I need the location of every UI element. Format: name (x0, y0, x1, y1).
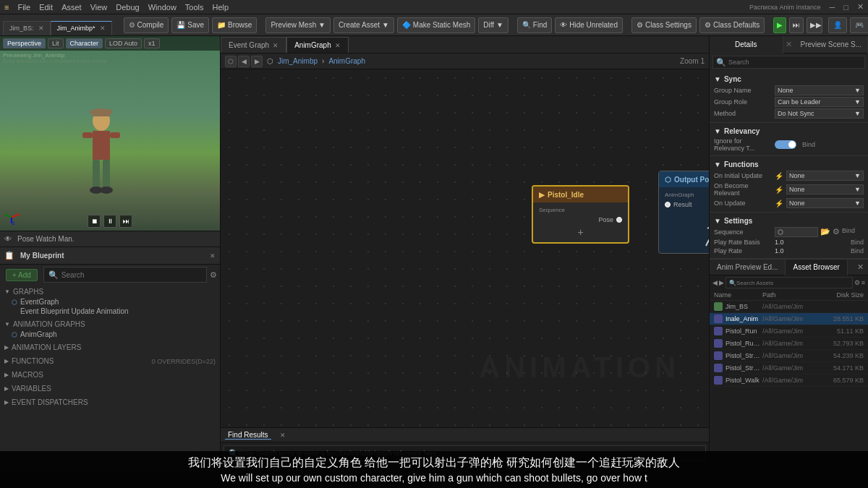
result-pin-dot[interactable] (665, 202, 671, 207)
vp-tab-lit[interactable]: Lit (48, 38, 64, 48)
tab-anim-graph[interactable]: AnimGraph ✕ (286, 37, 349, 53)
hide-unrelated-button[interactable]: 👁 Hide Unrelated (555, 17, 623, 33)
create-asset-button[interactable]: Create Asset ▼ (333, 17, 394, 33)
menu-window[interactable]: Window (148, 3, 176, 12)
animation-graphs-header[interactable]: ▼ ANIMATION GRAPHS (3, 319, 217, 330)
asset-item[interactable]: Jim_BS /All/Game/Jim (710, 301, 868, 313)
menu-tools[interactable]: Tools (185, 3, 204, 12)
details-close[interactable]: ✕ (783, 36, 795, 53)
class-defaults-button[interactable]: ⚙ Class Defaults (699, 17, 765, 33)
asset-browser-tab[interactable]: Asset Browser (786, 260, 847, 275)
tab-event-graph[interactable]: Event Graph ✕ (221, 37, 286, 53)
find-button[interactable]: 🔍 Find (517, 17, 552, 33)
stop-btn[interactable]: ⏹ (88, 215, 101, 228)
asset-item[interactable]: Pistol_Strafe_1... /All/Game/Jim 54.171 … (710, 362, 868, 374)
browse-button[interactable]: 📁 Browse (212, 17, 257, 33)
tab-close-animbp[interactable]: ✕ (100, 25, 106, 32)
on-update-select[interactable]: None ▼ (786, 198, 864, 208)
play-button[interactable]: ▶ (773, 17, 786, 33)
find-close[interactable]: ✕ (280, 432, 286, 439)
menu-debug[interactable]: Debug (116, 3, 139, 12)
class-settings-button[interactable]: ⚙ Class Settings (631, 17, 697, 33)
close-btn[interactable]: ✕ (857, 2, 864, 12)
menu-asset[interactable]: Asset (61, 3, 82, 12)
toolbar-extra-3[interactable]: 🎮 (850, 17, 868, 33)
on-initial-select[interactable]: None ▼ (786, 171, 864, 181)
group-role-select[interactable]: Can be Leader ▼ (775, 97, 864, 107)
method-select[interactable]: Do Not Sync ▼ (775, 108, 864, 119)
functions-header[interactable]: ▼ Functions (714, 159, 864, 170)
step-btn[interactable]: ⏭ (119, 215, 132, 228)
node-pistol-idle[interactable]: ▶ Pistol_Idle Sequence Pose + (532, 185, 629, 244)
find-results-tab[interactable]: Find Results (225, 431, 271, 440)
anim-graph-item[interactable]: ⬡ AnimGraph (3, 330, 217, 339)
details-search-input[interactable] (728, 59, 861, 66)
breadcrumb-animgraph[interactable]: AnimGraph (328, 57, 365, 65)
blueprint-settings-icon[interactable]: ⚙ (210, 270, 217, 280)
nav-back[interactable]: ⬡ (225, 56, 237, 67)
sequence-select[interactable]: ⬡ (775, 227, 818, 237)
on-become-select[interactable]: None ▼ (786, 184, 864, 194)
node-output-pose[interactable]: ⬡ Output Pose AnimGraph Result (658, 171, 709, 254)
asset-item[interactable]: Pistol_Strafe_... /All/Game/Jim 54.239 K… (710, 350, 868, 362)
diff-button[interactable]: Diff ▼ (478, 17, 509, 33)
asset-item[interactable]: Pistol_Run /All/Game/Jim 51.11 KB (710, 325, 868, 338)
sequence-icon-1[interactable]: 📂 (820, 227, 830, 237)
settings-header[interactable]: ▼ Settings (714, 215, 864, 226)
asset-filter[interactable]: ⚙ (854, 279, 860, 286)
menu-file[interactable]: File (17, 3, 30, 12)
asset-search-input[interactable] (736, 280, 849, 286)
pause-btn[interactable]: ⏸ (103, 215, 116, 228)
menu-view[interactable]: View (90, 3, 108, 12)
asset-browser-close[interactable]: ✕ (853, 262, 868, 272)
asset-back[interactable]: ◀ (712, 279, 718, 286)
pistol-idle-add[interactable]: + (539, 226, 622, 238)
graphs-header[interactable]: ▼ GRAPHS (3, 286, 217, 297)
output-pin-dot[interactable] (616, 217, 622, 223)
event-graph-update-item[interactable]: Event Blueprint Update Animation (3, 307, 217, 316)
graph-canvas[interactable]: ▶ Pistol_Idle Sequence Pose + (221, 69, 709, 427)
sequence-icon-2[interactable]: ⚙ (833, 227, 840, 237)
tab-close-jim-bs[interactable]: ✕ (38, 25, 44, 32)
add-button[interactable]: + Add (6, 269, 38, 281)
blueprint-search-input[interactable] (61, 271, 202, 279)
animation-layers-header[interactable]: ▶ ANIMATION LAYERS (3, 342, 217, 353)
compile-button[interactable]: ⚙ Compile (124, 17, 169, 33)
relevancy-toggle[interactable] (775, 140, 796, 149)
minimize-btn[interactable]: ─ (830, 3, 835, 12)
variables-header[interactable]: ▶ VARIABLES (3, 383, 217, 394)
anim-graph-close[interactable]: ✕ (335, 42, 341, 49)
nav-next[interactable]: ▶ (251, 56, 263, 67)
tab-jim-animbp[interactable]: Jim_Animbp* ✕ (51, 21, 112, 35)
details-tab[interactable]: Details (710, 36, 783, 53)
event-dispatchers-header[interactable]: ▶ EVENT DISPATCHERS (3, 397, 217, 408)
vp-tab-speed[interactable]: x1 (144, 38, 160, 48)
event-graph-close[interactable]: ✕ (273, 42, 278, 49)
make-static-mesh-button[interactable]: 🔷 Make Static Mesh (397, 17, 475, 33)
menu-edit[interactable]: Edit (39, 3, 53, 12)
macros-header[interactable]: ▶ MACROS (3, 369, 217, 380)
functions-header[interactable]: ▶ FUNCTIONS 0 OVERRIDES(D=22) (3, 356, 217, 367)
skip-button[interactable]: ⏭ (789, 17, 804, 33)
preview-scene-tab[interactable]: Preview Scene S... (795, 36, 869, 53)
asset-item[interactable]: Pistol_Run_Backward /All/Game/Jim 52.793… (710, 338, 868, 350)
asset-item[interactable]: Inale_Anim /All/Game/Jim 28.551 KB (710, 313, 868, 325)
menu-help[interactable]: Help (213, 3, 229, 12)
toolbar-btn-extra1[interactable]: ▶▶ (807, 17, 822, 33)
asset-item[interactable]: Pistol_Walk /All/Game/Jim 65.579 KB (710, 374, 868, 387)
vp-tab-lod[interactable]: LOD Auto (105, 38, 142, 48)
maximize-btn[interactable]: □ (843, 3, 848, 12)
anim-preview-tab[interactable]: Anim Preview Ed... (710, 260, 786, 275)
save-button[interactable]: 💾 Save (171, 17, 209, 33)
sync-header[interactable]: ▼ Sync (714, 74, 864, 85)
vp-tab-perspective[interactable]: Perspective (3, 38, 46, 48)
breadcrumb-jim[interactable]: Jim_Animbp (278, 57, 318, 65)
group-name-select[interactable]: None ▼ (775, 85, 864, 95)
toolbar-extra-2[interactable]: 👤 (828, 17, 847, 33)
asset-view[interactable]: ≡ (861, 279, 865, 286)
relevancy-header[interactable]: ▼ Relevancy (714, 126, 864, 137)
event-graph-item[interactable]: ⬡ EventGraph (3, 297, 217, 307)
tab-jim-bs[interactable]: Jim_BS: ✕ (3, 21, 51, 35)
preview-mesh-button[interactable]: Preview Mesh ▼ (265, 17, 330, 33)
vp-tab-character[interactable]: Character (66, 38, 103, 48)
